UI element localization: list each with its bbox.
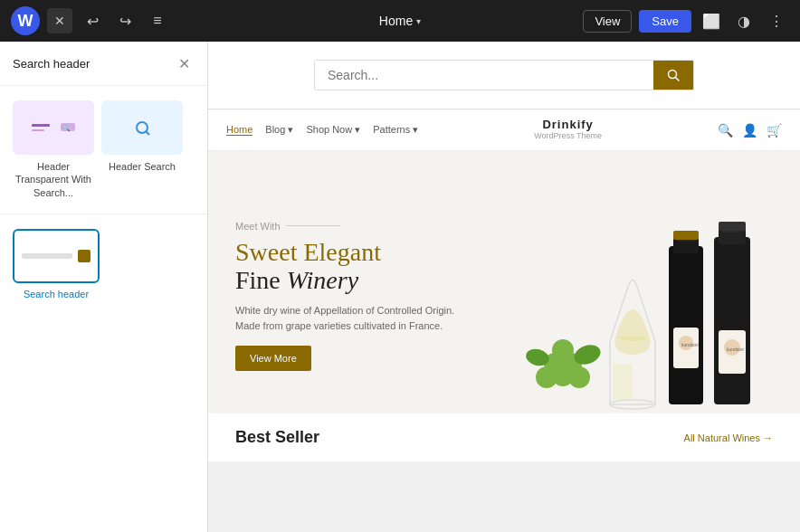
hero-image: kundaini kundaini: [510, 196, 791, 413]
layout-button[interactable]: ⬜: [699, 8, 724, 33]
block-label: Search header: [24, 289, 89, 299]
redo-button[interactable]: [112, 8, 138, 33]
svg-rect-25: [714, 237, 750, 404]
content-area: Home Blog ▾ Shop Now ▾ Patterns ▾ Drinki…: [208, 42, 800, 532]
sidebar-item-header-transparent[interactable]: 🔍 Header Transparent With Search...: [13, 100, 94, 199]
more-icon: ⋮: [769, 13, 784, 30]
sidebar-block-section: Search header: [0, 214, 207, 314]
svg-rect-1: [32, 124, 50, 127]
nav-icons: 🔍 👤 🛒: [718, 123, 782, 138]
sidebar-title: Search header: [13, 57, 90, 71]
sidebar-block-search-header[interactable]: Search header: [13, 229, 100, 299]
hero-title-line1: Sweet Elegant: [235, 239, 525, 267]
header-transparent-icon-preview: 🔍: [13, 100, 94, 155]
contrast-icon: ◑: [738, 13, 750, 30]
wordpress-logo[interactable]: W: [11, 6, 40, 35]
logo-sub: WordPress Theme: [534, 132, 602, 141]
nav-link-shop-now[interactable]: Shop Now ▾: [306, 124, 360, 136]
close-button[interactable]: [47, 8, 72, 33]
svg-text:kundaini: kundaini: [681, 342, 699, 347]
nav-user-icon[interactable]: 👤: [742, 123, 757, 138]
search-submit-button[interactable]: [653, 61, 693, 90]
best-seller-title: Best Seller: [235, 428, 319, 447]
svg-line-9: [676, 78, 680, 81]
svg-text:🔍: 🔍: [62, 124, 71, 132]
nav-link-blog[interactable]: Blog ▾: [265, 124, 293, 136]
nav-link-home[interactable]: Home: [226, 124, 252, 136]
save-button[interactable]: Save: [639, 10, 691, 33]
svg-point-15: [552, 339, 574, 361]
meet-with: Meet With: [235, 221, 525, 232]
header-transparent-label: Header Transparent With Search...: [13, 160, 94, 199]
svg-rect-2: [32, 129, 44, 131]
nav-links: Home Blog ▾ Shop Now ▾ Patterns ▾: [226, 124, 418, 136]
top-bar-right: View Save ⬜ ◑ ⋮: [583, 8, 789, 33]
list-icon: [153, 13, 161, 29]
theme-bottom: Best Seller All Natural Wines →: [208, 413, 800, 461]
logo-name: Drinkify: [534, 119, 602, 131]
sidebar-items: 🔍 Header Transparent With Search... Head…: [0, 86, 207, 214]
undo-icon: [87, 13, 99, 30]
header-search-icon-preview: [101, 100, 183, 155]
page-title[interactable]: Home ▾: [379, 14, 421, 28]
svg-rect-32: [719, 222, 746, 231]
top-bar-center: Home ▾: [379, 14, 421, 28]
more-options-button[interactable]: ⋮: [764, 8, 789, 33]
sidebar-item-header-search[interactable]: Header Search: [101, 100, 183, 199]
close-icon: [54, 14, 65, 28]
layout-icon: ⬜: [702, 13, 720, 30]
top-bar: W Home ▾ View Save ⬜ ◑ ⋮: [0, 0, 800, 42]
hero-view-more-button[interactable]: View More: [235, 346, 311, 371]
block-preview: [13, 229, 100, 283]
search-icon: [666, 68, 681, 82]
hero-illustration: kundaini kundaini: [510, 196, 791, 413]
theme-nav: Home Blog ▾ Shop Now ▾ Patterns ▾ Drinki…: [208, 109, 800, 151]
nav-search-icon[interactable]: 🔍: [718, 123, 733, 138]
theme-preview: Home Blog ▾ Shop Now ▾ Patterns ▾ Drinki…: [208, 109, 800, 461]
chevron-down-icon: ▾: [416, 16, 421, 26]
nav-cart-icon[interactable]: 🛒: [767, 123, 782, 138]
view-button[interactable]: View: [583, 10, 632, 33]
svg-rect-19: [669, 246, 703, 404]
search-input-wrap: [314, 60, 694, 90]
meet-line: [286, 225, 340, 226]
svg-rect-31: [673, 231, 699, 240]
hero-section: Meet With Sweet Elegant Fine Winery Whit…: [208, 151, 800, 413]
hero-text: Meet With Sweet Elegant Fine Winery Whit…: [235, 221, 525, 372]
block-preview-square: [78, 250, 90, 262]
undo-button[interactable]: [80, 8, 105, 33]
list-view-button[interactable]: [145, 8, 170, 33]
sidebar-close-button[interactable]: ✕: [173, 52, 195, 74]
main-layout: Search header ✕ 🔍 Header Transparent Wit…: [0, 42, 800, 532]
search-input[interactable]: [315, 61, 653, 90]
contrast-button[interactable]: ◑: [731, 8, 757, 33]
sidebar: Search header ✕ 🔍 Header Transparent Wit…: [0, 42, 208, 532]
redo-icon: [119, 13, 131, 30]
top-bar-left: W: [11, 6, 170, 35]
hero-title-line2: Fine Winery: [235, 267, 525, 295]
sidebar-header: Search header ✕: [0, 42, 207, 86]
search-bar-area: [208, 42, 800, 109]
header-search-label: Header Search: [109, 160, 176, 173]
nav-link-patterns[interactable]: Patterns ▾: [373, 124, 418, 136]
all-natural-link[interactable]: All Natural Wines →: [684, 432, 773, 443]
block-preview-line: [22, 253, 72, 259]
svg-text:kundaini: kundaini: [727, 347, 744, 352]
hero-description: White dry wine of Appellation of Control…: [235, 303, 471, 333]
theme-logo: Drinkify WordPress Theme: [534, 119, 602, 140]
